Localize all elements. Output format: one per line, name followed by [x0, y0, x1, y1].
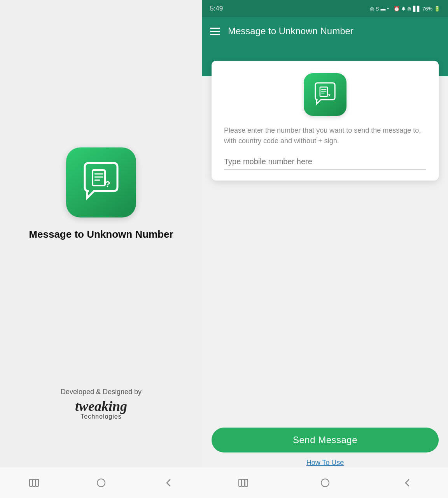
send-message-button[interactable]: Send Message: [212, 428, 439, 452]
card-icon: ?: [304, 73, 346, 116]
right-recent-apps-icon[interactable]: [238, 477, 248, 488]
dot-icon: •: [387, 6, 389, 12]
tweaking-sub: Technologies: [80, 413, 121, 420]
left-home-icon[interactable]: [96, 477, 107, 488]
right-back-icon[interactable]: [402, 477, 413, 488]
left-recent-apps-icon[interactable]: [28, 477, 39, 488]
status-icons: ◎ S ▬ • ⏰ ✱ ⋒ ▋▋ 76% 🔋: [370, 6, 440, 12]
app-bar-title: Message to Unknown Number: [228, 26, 354, 37]
status-time: 5:49: [210, 5, 223, 12]
app-icon-left: ?: [66, 147, 136, 217]
whatsapp-icon: ◎: [370, 6, 374, 12]
main-card: ? Please enter the number that you want …: [212, 61, 439, 181]
svg-rect-0: [93, 170, 105, 186]
app-icon-right: ?: [304, 73, 346, 116]
signal-icon: ▬: [380, 6, 385, 12]
wifi-icon: ⋒: [407, 6, 411, 12]
svg-text:?: ?: [327, 93, 331, 98]
svg-rect-15: [242, 479, 245, 486]
left-nav-bar: [0, 467, 202, 498]
svg-text:?: ?: [105, 179, 110, 189]
skype-icon: S: [376, 6, 379, 12]
battery-icon: 🔋: [434, 6, 440, 12]
right-nav-bar: [202, 467, 448, 498]
left-back-icon[interactable]: [163, 477, 174, 488]
phone-number-input[interactable]: [224, 154, 426, 170]
hamburger-line-2: [210, 31, 220, 32]
svg-rect-6: [33, 479, 35, 486]
status-bar: 5:49 ◎ S ▬ • ⏰ ✱ ⋒ ▋▋ 76% 🔋: [202, 0, 448, 17]
right-panel: 5:49 ◎ S ▬ • ⏰ ✱ ⋒ ▋▋ 76% 🔋 Message to U…: [202, 0, 448, 498]
left-footer: Developed & Designed by tweaking Technol…: [61, 388, 142, 467]
signal-bars: ▋▋: [413, 6, 421, 12]
hamburger-line-1: [210, 28, 220, 29]
app-bar: Message to Unknown Number: [202, 17, 448, 45]
battery-text: 76%: [422, 6, 432, 12]
left-main-content: ? Message to Unknown Number: [29, 0, 173, 388]
svg-rect-7: [36, 479, 38, 486]
svg-rect-16: [245, 479, 248, 486]
hamburger-line-3: [210, 34, 220, 35]
bottom-area: Send Message How To Use: [202, 418, 448, 467]
menu-button[interactable]: [210, 28, 220, 35]
svg-rect-9: [320, 87, 327, 96]
svg-point-8: [97, 479, 105, 487]
svg-rect-14: [239, 479, 242, 486]
main-content: ? Please enter the number that you want …: [202, 61, 448, 418]
card-description: Please enter the number that you want to…: [224, 125, 426, 146]
alarm-icon: ⏰: [394, 6, 400, 12]
developer-label: Developed & Designed by: [61, 388, 142, 396]
svg-rect-5: [30, 479, 32, 486]
svg-point-17: [321, 479, 329, 487]
bluetooth-icon: ✱: [401, 6, 406, 12]
tweaking-logo: tweaking: [75, 399, 127, 413]
how-to-use-button[interactable]: How To Use: [306, 459, 344, 467]
left-panel: ? Message to Unknown Number Developed & …: [0, 0, 202, 498]
app-title-left: Message to Unknown Number: [29, 228, 173, 240]
right-home-icon[interactable]: [320, 477, 331, 488]
